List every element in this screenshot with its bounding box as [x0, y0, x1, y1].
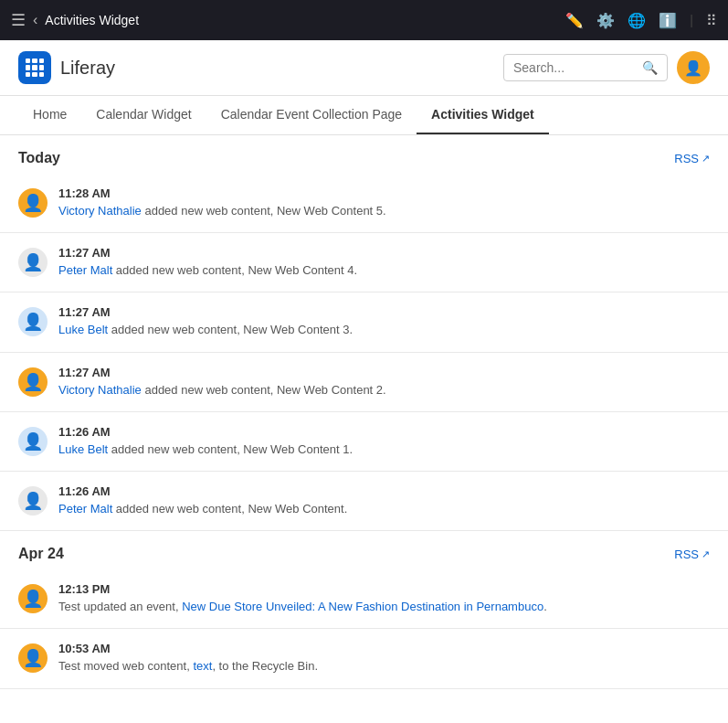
avatar-person-icon: 👤	[23, 252, 43, 272]
globe-icon[interactable]: 🌐	[628, 12, 646, 29]
avatar-person-icon: 👤	[23, 372, 43, 392]
activity-description: added new web content, New Web Content 3…	[108, 323, 353, 336]
today-section-header: Today RSS ↗	[0, 135, 728, 174]
activity-user: Test	[58, 600, 80, 613]
user-avatar: 👤	[18, 486, 47, 516]
user-link[interactable]: Victory Nathalie	[58, 383, 142, 397]
activity-body: 10:53 AM Test moved web content, text, t…	[58, 642, 710, 675]
activity-text: Test moved web content, text, to the Rec…	[58, 658, 710, 675]
activity-text-after: .	[543, 600, 547, 613]
sidebar-toggle-icon[interactable]: ☰	[11, 10, 26, 30]
activity-description: added new web content, New Web Content 5…	[142, 204, 386, 218]
activity-item: 👤 11:26 AM Luke Belt added new web conte…	[0, 412, 728, 472]
activity-body: 11:26 AM Luke Belt added new web content…	[58, 425, 710, 458]
avatar-person-icon: 👤	[23, 491, 43, 511]
activity-body: 11:26 AM Peter Malt added new web conten…	[58, 484, 710, 517]
activity-description: added new web content, New Web Content.	[112, 502, 347, 516]
today-title: Today	[18, 150, 60, 166]
user-link[interactable]: Victory Nathalie	[58, 204, 142, 218]
brand-logo	[18, 51, 51, 84]
apr24-title: Apr 24	[18, 546, 64, 562]
activity-item: 👤 11:27 AM Victory Nathalie added new we…	[0, 353, 728, 412]
nav-item-calendar-event-collection[interactable]: Calendar Event Collection Page	[206, 96, 417, 134]
avatar-person-icon: 👤	[23, 589, 43, 609]
info-icon[interactable]: ℹ️	[659, 12, 677, 29]
today-rss-label: RSS	[674, 152, 699, 165]
activity-text-before: updated an event,	[80, 600, 182, 613]
activity-text: Victory Nathalie added new web content, …	[58, 203, 710, 219]
activity-time: 11:27 AM	[58, 305, 710, 319]
activity-item: 👤 11:28 AM Victory Nathalie added new we…	[0, 174, 728, 233]
apr24-rss-link[interactable]: RSS ↗	[674, 548, 710, 561]
avatar-person-icon: 👤	[23, 431, 43, 452]
header: Liferay 🔍 👤	[0, 40, 728, 96]
activity-item: 👤 10:53 AM Test moved web content, text,…	[0, 629, 728, 688]
activity-body: 11:27 AM Victory Nathalie added new web …	[58, 366, 710, 399]
external-link-icon-2: ↗	[702, 548, 710, 560]
activity-body: 11:27 AM Peter Malt added new web conten…	[58, 246, 710, 279]
activity-description: added new web content, New Web Content 1…	[108, 442, 353, 456]
user-avatar-button[interactable]: 👤	[677, 51, 710, 84]
search-input[interactable]	[513, 60, 637, 75]
nav-item-calendar-widget[interactable]: Calendar Widget	[81, 96, 206, 134]
nav-item-activities-widget[interactable]: Activities Widget	[417, 96, 549, 134]
activity-time: 11:27 AM	[58, 366, 710, 379]
apr24-rss-label: RSS	[674, 548, 699, 561]
user-avatar: 👤	[18, 248, 47, 277]
brand-name: Liferay	[60, 58, 115, 79]
avatar-person-icon: 👤	[23, 648, 43, 668]
user-avatar: 👤	[18, 584, 47, 613]
apr24-section-header: Apr 24 RSS ↗	[0, 531, 728, 569]
activity-text: Test updated an event, New Due Store Unv…	[58, 599, 710, 615]
activity-item: 👤 11:27 AM Luke Belt added new web conte…	[0, 292, 728, 352]
brand: Liferay	[18, 51, 115, 84]
user-avatar: 👤	[18, 643, 47, 673]
activity-item: 👤 11:26 AM Peter Malt added new web cont…	[0, 472, 728, 531]
user-avatar: 👤	[18, 427, 47, 456]
activity-text: Luke Belt added new web content, New Web…	[58, 441, 710, 458]
header-right: 🔍 👤	[503, 51, 710, 84]
user-link[interactable]: Peter Malt	[58, 502, 112, 516]
today-rss-link[interactable]: RSS ↗	[674, 152, 710, 165]
user-link[interactable]: Luke Belt	[58, 323, 108, 336]
top-bar-left: ☰ ‹ Activities Widget	[11, 10, 139, 30]
grid-icon[interactable]: ⠿	[706, 12, 717, 29]
activity-text: Luke Belt added new web content, New Web…	[58, 322, 710, 338]
user-avatar: 👤	[18, 367, 47, 397]
gear-icon[interactable]: ⚙️	[596, 12, 615, 29]
activity-text: Victory Nathalie added new web content, …	[58, 382, 710, 399]
activity-text-after: , to the Recycle Bin.	[212, 659, 318, 673]
content: Today RSS ↗ 👤 11:28 AM Victory Nathalie …	[0, 135, 728, 689]
external-link-icon: ↗	[702, 153, 710, 165]
user-link[interactable]: Luke Belt	[58, 442, 108, 456]
activity-time: 11:26 AM	[58, 484, 710, 498]
activity-body: 11:27 AM Luke Belt added new web content…	[58, 305, 710, 338]
activity-body: 12:13 PM Test updated an event, New Due …	[58, 582, 710, 615]
search-box[interactable]: 🔍	[503, 54, 668, 81]
nav-item-home[interactable]: Home	[18, 96, 81, 134]
top-bar-icons: ✏️ ⚙️ 🌐 ℹ️ | ⠿	[565, 12, 717, 29]
user-avatar: 👤	[18, 188, 47, 218]
activity-time: 12:13 PM	[58, 582, 710, 596]
avatar-person-icon: 👤	[23, 312, 43, 332]
back-button[interactable]: ‹	[33, 12, 37, 28]
activity-item: 👤 12:13 PM Test updated an event, New Du…	[0, 569, 728, 629]
activity-description: added new web content, New Web Content 2…	[142, 383, 386, 397]
activity-text-before: moved web content,	[80, 659, 194, 673]
activity-body: 11:28 AM Victory Nathalie added new web …	[58, 186, 710, 219]
activity-content-link[interactable]: text	[193, 659, 212, 673]
activity-user: Test	[58, 659, 80, 673]
avatar-person-icon: 👤	[23, 193, 43, 213]
user-avatar: 👤	[18, 307, 47, 336]
activity-event-link[interactable]: New Due Store Unveiled: A New Fashion De…	[182, 600, 543, 613]
activity-time: 11:26 AM	[58, 425, 710, 439]
user-link[interactable]: Peter Malt	[58, 263, 112, 277]
activity-description: added new web content, New Web Content 4…	[112, 263, 357, 277]
top-bar-title: Activities Widget	[45, 13, 139, 27]
search-icon: 🔍	[642, 60, 658, 75]
brand-logo-grid	[26, 58, 44, 77]
top-bar: ☰ ‹ Activities Widget ✏️ ⚙️ 🌐 ℹ️ | ⠿	[0, 0, 728, 40]
activity-text: Peter Malt added new web content, New We…	[58, 262, 710, 279]
activity-item: 👤 11:27 AM Peter Malt added new web cont…	[0, 233, 728, 292]
pencil-icon[interactable]: ✏️	[565, 12, 584, 29]
